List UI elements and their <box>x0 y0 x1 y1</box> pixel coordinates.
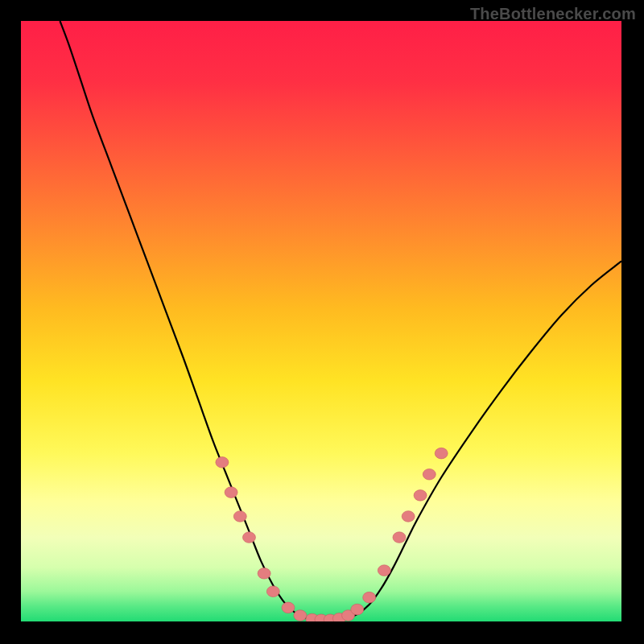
gradient-background <box>21 21 621 621</box>
curve-marker <box>282 602 295 613</box>
curve-marker <box>363 592 376 603</box>
curve-marker <box>402 511 415 522</box>
curve-marker <box>294 610 307 621</box>
curve-marker <box>435 448 448 459</box>
curve-marker <box>258 568 270 580</box>
chart-frame <box>21 21 621 621</box>
curve-marker <box>423 469 436 480</box>
curve-marker <box>242 532 255 543</box>
curve-marker <box>414 490 427 502</box>
curve-marker <box>266 586 279 597</box>
curve-marker <box>351 604 364 615</box>
credit-watermark: TheBottlenecker.com <box>470 5 636 23</box>
bottleneck-chart <box>21 21 621 621</box>
curve-marker <box>233 511 246 522</box>
curve-marker <box>216 457 229 469</box>
curve-marker <box>393 532 406 543</box>
curve-marker <box>378 565 390 576</box>
curve-marker <box>225 487 237 498</box>
